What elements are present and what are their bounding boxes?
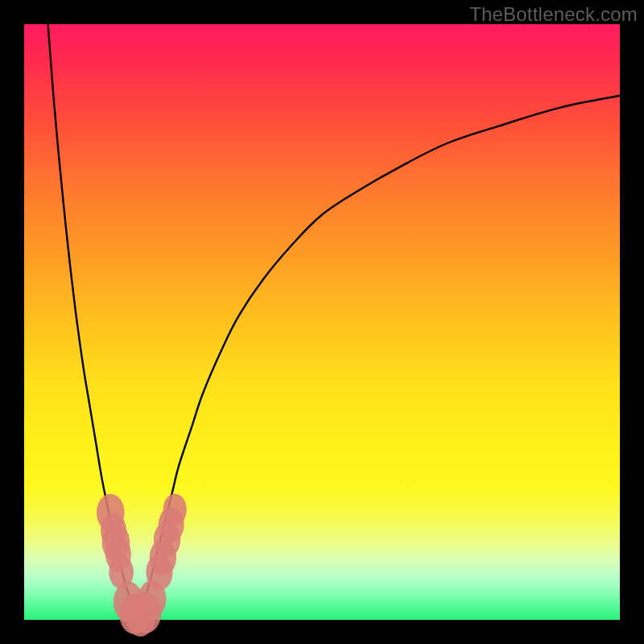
data-point: [163, 493, 187, 526]
chart-lines-group: [48, 24, 620, 620]
curve-right-branch: [138, 96, 620, 620]
chart-plot-area: [24, 24, 620, 620]
chart-svg: [24, 24, 620, 620]
watermark-text: TheBottleneck.com: [469, 3, 638, 26]
chart-dots-group: [97, 493, 187, 636]
chart-frame: TheBottleneck.com: [0, 0, 644, 644]
